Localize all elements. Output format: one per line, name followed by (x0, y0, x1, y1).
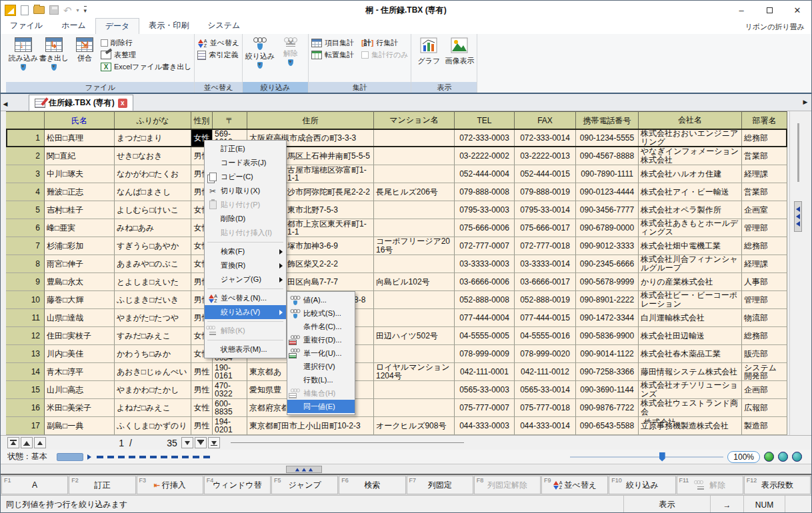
menu-item-比較式(S)...[interactable]: 比較式(S)... (287, 306, 355, 320)
cell-mansion[interactable] (374, 345, 455, 363)
cell-dept[interactable]: 営業部 (742, 147, 787, 165)
cell-kana[interactable]: なんば□まさし (115, 183, 191, 201)
cell-name[interactable]: 副島□一典 (45, 417, 115, 435)
cell-company[interactable]: 株式会社おおいエンジニアリング (639, 129, 742, 147)
cell-name[interactable]: 雨宮□伸子 (45, 255, 115, 273)
tab-scroll-right-icon[interactable]: ▶ (801, 95, 810, 109)
ribbon-button-索引定義[interactable]: 索引定義 (197, 50, 239, 60)
column-header-TEL[interactable]: TEL (455, 111, 515, 129)
cell-zip[interactable]: 190-0161 (213, 363, 247, 381)
column-header-ふりがな[interactable]: ふりがな (115, 111, 191, 129)
cell-mansion[interactable] (374, 147, 455, 165)
cell-dept[interactable]: 総務部 (742, 129, 787, 147)
table-row[interactable]: 13川内□美佳かわうち□みか女性657-0034兵庫県神078-999-0009… (6, 345, 787, 363)
column-header-selector[interactable] (6, 111, 45, 129)
cell-tel[interactable]: 052-444-0004 (455, 165, 515, 183)
cell-tel[interactable]: 052-888-0008 (455, 291, 515, 309)
cell-kana[interactable]: とよしま□えいた (115, 273, 191, 291)
cell-kana[interactable]: まつだ□まり (115, 129, 191, 147)
cell-kana[interactable]: よしむら□けいこ (115, 201, 191, 219)
cell-dept[interactable]: 営業部 (742, 183, 787, 201)
menu-item-コピー(C)[interactable]: コピー(C) (205, 170, 286, 184)
cell-mobile[interactable]: 090-7258-3366 (576, 363, 639, 381)
function-key-F1[interactable]: F1A (1, 476, 68, 494)
document-tab[interactable]: 住所録.TBX (専有) x (29, 95, 133, 111)
cell-mansion[interactable]: ロイヤルマンション1204号 (374, 363, 455, 381)
cell-num[interactable]: 9 (6, 273, 45, 291)
cell-company[interactable]: 株式会社春木薬品工業 (639, 345, 742, 363)
cell-company[interactable]: 株式会社川合フィナンシャルグループ (639, 255, 742, 273)
cell-fax[interactable]: 042-111-0012 (515, 363, 576, 381)
cell-zip[interactable]: 194-0201 (213, 417, 247, 435)
cell-mansion[interactable] (374, 165, 455, 183)
row-down-button[interactable] (181, 437, 193, 448)
column-header-性別[interactable]: 性別 (191, 111, 213, 129)
cell-mobile[interactable]: 090-3456-7777 (576, 201, 639, 219)
ribbon-button-書き出し[interactable]: ↳書き出し▼ (39, 35, 69, 71)
zoom-slider[interactable] (570, 456, 723, 458)
cell-kana[interactable]: なかがわ□たくお (115, 165, 191, 183)
table-row[interactable]: 7杉浦□彩加すぎうら□あやか女性塚市加神3-6-9コーポフリージア2016号07… (6, 237, 787, 255)
cell-kana[interactable]: ふくしま□かずのり (115, 417, 191, 435)
cell-num[interactable]: 13 (6, 345, 45, 363)
menu-item-絞り込み(V)[interactable]: 絞り込み(V) (205, 305, 286, 319)
cell-company[interactable]: 藤田情報システム株式会社 (639, 363, 742, 381)
cell-name[interactable]: 豊島□永太 (45, 273, 115, 291)
function-key-F12[interactable]: F12表示段数 (744, 476, 811, 494)
ribbon-button-絞り込み[interactable]: 絞り込み▼ (245, 35, 275, 69)
cell-fax[interactable]: 078-999-0020 (515, 345, 576, 363)
cell-mansion[interactable] (374, 399, 455, 417)
cell-dept[interactable]: 企画部 (742, 381, 787, 399)
cell-fax[interactable]: 072-333-0014 (515, 129, 576, 147)
menu-item-同一値(E)[interactable]: 同一値(E) (287, 400, 355, 413)
cell-company[interactable]: 株式会社畑中電機工業 (639, 237, 742, 255)
function-key-F5[interactable]: F5ジャンプ (271, 476, 338, 494)
cell-mansion[interactable]: 田辺ハイツ502号 (374, 327, 455, 345)
ribbon-button-項目集計[interactable]: 項目集計 (311, 38, 354, 48)
cell-company[interactable]: やなぎインフォメーション株式会社 (639, 147, 742, 165)
cell-mobile[interactable]: 090-9012-3333 (576, 237, 639, 255)
cell-name[interactable]: 杉浦□彩加 (45, 237, 115, 255)
menu-item-並べ替え(N)...[interactable]: AZ並べ替え(N)... (205, 291, 286, 305)
menu-item-値(A)...[interactable]: 値(A)... (287, 293, 355, 306)
cell-mansion[interactable] (374, 291, 455, 309)
cell-mobile[interactable]: 090-1234-5555 (576, 129, 639, 147)
tab-close-icon[interactable]: x (118, 99, 127, 108)
column-scroll-line[interactable] (231, 442, 464, 443)
tab-scroll-left-icon[interactable]: ◀ (1, 97, 10, 111)
menu-item-削除(D)[interactable]: 削除(D) (205, 212, 286, 226)
cell-kana[interactable]: あおき□じゅんぺい (115, 363, 191, 381)
cell-zip[interactable]: 600-8835 (213, 399, 247, 417)
cell-name[interactable]: 住田□実枝子 (45, 327, 115, 345)
cell-dept[interactable]: 経理課 (742, 165, 787, 183)
cell-mansion[interactable]: 向島ビル102号 (374, 273, 455, 291)
open-file-icon[interactable] (33, 6, 45, 14)
cell-mobile[interactable]: 090-1472-3344 (576, 309, 639, 327)
table-row[interactable]: 11山県□達哉やまがた□たつや男性077-444-0004077-444-001… (6, 309, 787, 327)
menu-item-検索(F)[interactable]: 検索(F) (205, 245, 286, 258)
ribbon-button-行集計[interactable]: [計]行集計 (361, 38, 409, 48)
cell-name[interactable]: 吉村□桂子 (45, 201, 115, 219)
menu-item-訂正(E)[interactable]: 訂正(E) (205, 142, 286, 156)
ribbon-button-併合[interactable]: ⇲併合 (70, 35, 99, 63)
function-key-F6[interactable]: F6検索 (339, 476, 405, 494)
cell-gender[interactable]: 男性 (191, 363, 213, 381)
cell-mobile[interactable]: 090-6543-5588 (576, 417, 639, 435)
cell-dept[interactable]: 製造部 (742, 417, 787, 435)
menu-item-行数(L)...[interactable]: 行数(L)... (287, 373, 355, 386)
cell-name[interactable]: 松田□真理 (45, 129, 115, 147)
cell-dept[interactable]: 広報部 (742, 399, 787, 417)
cell-name[interactable]: 山川□高志 (45, 381, 115, 399)
column-header-会社名[interactable]: 会社名 (639, 111, 742, 129)
menu-item-状態表示(M)...[interactable]: 状態表示(M)... (205, 342, 286, 356)
cell-name[interactable]: 青木□淳平 (45, 363, 115, 381)
cell-mobile[interactable]: 090-0123-4444 (576, 183, 639, 201)
cell-dept[interactable]: 管理部 (742, 219, 787, 237)
cell-mobile[interactable]: 090-5678-9999 (576, 273, 639, 291)
ribbon-button-並べ替え[interactable]: AZ並べ替え (197, 38, 239, 48)
cell-fax[interactable]: 079-888-0019 (515, 183, 576, 201)
ribbon-collapse-button[interactable]: リボンの折り畳み (745, 22, 805, 32)
cell-tel[interactable]: 03-6666-0006 (455, 273, 515, 291)
ribbon-tab-4[interactable]: 表示・印刷 (139, 18, 198, 34)
cell-kana[interactable]: かわうち□みか (115, 345, 191, 363)
